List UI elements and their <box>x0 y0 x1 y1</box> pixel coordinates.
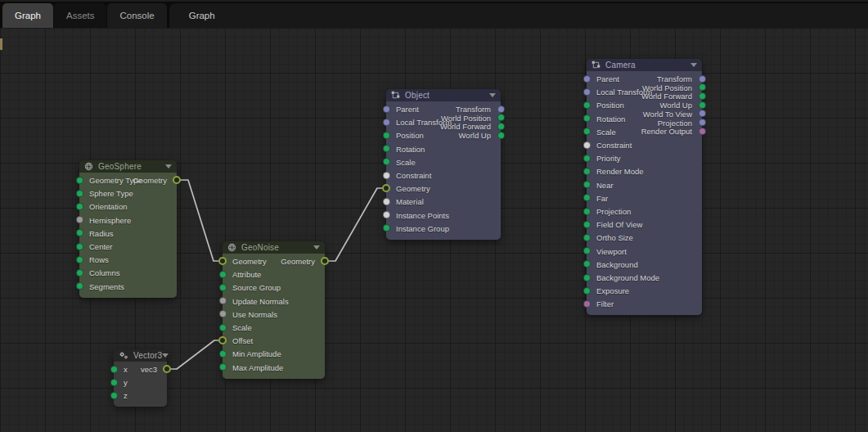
geometry-input-port[interactable] <box>382 184 390 192</box>
port-row: Use Normals <box>223 308 325 321</box>
wire[interactable] <box>177 180 223 261</box>
port-row: vec3 <box>114 362 167 376</box>
node-collapse-caret-icon[interactable] <box>489 93 496 97</box>
node-collapse-caret-icon[interactable] <box>162 353 169 358</box>
center-input-port[interactable] <box>76 243 83 250</box>
port-label: Field Of View <box>596 220 642 229</box>
port-row: Field Of View <box>587 218 702 231</box>
node-header[interactable]: GeoNoise <box>223 241 325 254</box>
near-input-port[interactable] <box>583 181 591 188</box>
priority-input-port[interactable] <box>583 155 591 162</box>
tab-console[interactable]: Console <box>107 3 166 28</box>
port-row: Geometry <box>223 254 325 268</box>
port-row: z <box>114 389 167 402</box>
use-normals-input-port[interactable] <box>219 310 227 317</box>
port-label: Viewport <box>596 246 627 255</box>
port-row: Radius <box>79 227 177 240</box>
node-collapse-caret-icon[interactable] <box>690 63 697 67</box>
wire[interactable] <box>167 340 223 369</box>
node-graph-canvas[interactable]: GeoSphereGeometry TypeSphere TypeOrienta… <box>0 28 868 432</box>
port-label: Max Amplitude <box>232 362 283 371</box>
exposure-input-port[interactable] <box>583 287 591 295</box>
offset-input-port[interactable] <box>218 336 227 344</box>
node-header[interactable]: GeoSphere <box>79 160 177 173</box>
tab-assets[interactable]: Assets <box>54 3 107 28</box>
node-header[interactable]: Object <box>386 89 501 101</box>
node-object[interactable]: ObjectParentLocal TransformPositionRotat… <box>386 89 501 240</box>
sphere-type-input-port[interactable] <box>76 190 83 197</box>
port-label: z <box>124 391 128 400</box>
render-mode-input-port[interactable] <box>583 168 591 175</box>
port-label: Geometry <box>133 176 167 185</box>
segments-input-port[interactable] <box>76 282 83 290</box>
geometry-output-port[interactable] <box>173 176 181 184</box>
field-of-view-input-port[interactable] <box>583 221 591 228</box>
rows-input-port[interactable] <box>76 256 83 263</box>
port-label: Background <box>596 259 638 268</box>
port-label: Geometry <box>281 257 315 266</box>
node-collapse-caret-icon[interactable] <box>313 245 320 250</box>
node-geonoise[interactable]: GeoNoiseGeometryAttributeSource GroupUpd… <box>223 241 325 379</box>
projection-input-port[interactable] <box>583 208 591 215</box>
z-input-port[interactable] <box>110 392 118 399</box>
geometry-output-port[interactable] <box>321 257 329 265</box>
instance-points-input-port[interactable] <box>383 211 390 218</box>
port-label: Hemisphere <box>89 215 131 224</box>
node-geosphere[interactable]: GeoSphereGeometry TypeSphere TypeOrienta… <box>79 160 177 298</box>
far-input-port[interactable] <box>583 194 591 201</box>
ortho-size-input-port[interactable] <box>583 234 591 241</box>
background-mode-input-port[interactable] <box>583 274 591 281</box>
y-input-port[interactable] <box>110 379 118 386</box>
port-row: Columns <box>79 266 177 279</box>
background-input-port[interactable] <box>583 260 591 268</box>
scale-input-port[interactable] <box>383 158 390 165</box>
port-label: Source Group <box>232 283 281 292</box>
wire[interactable] <box>325 188 386 261</box>
min-amplitude-input-port[interactable] <box>219 350 227 358</box>
port-label: Instance Group <box>396 223 449 232</box>
node-vector3[interactable]: Vector3xyzvec3 <box>114 349 167 407</box>
constraint-input-port[interactable] <box>583 142 591 149</box>
material-input-port[interactable] <box>383 198 390 205</box>
hemisphere-input-port[interactable] <box>76 216 83 223</box>
port-label: Priority <box>596 154 621 163</box>
update-normals-input-port[interactable] <box>219 297 227 304</box>
node-camera[interactable]: CameraParentLocal TransformPositionRotat… <box>587 59 702 315</box>
port-row: Ortho Size <box>587 231 702 244</box>
port-row: Render Output <box>587 124 702 137</box>
node-header[interactable]: Vector3 <box>114 349 167 362</box>
scale-input-port[interactable] <box>219 324 227 331</box>
port-row: Geometry <box>79 173 177 187</box>
port-row: Far <box>587 191 702 205</box>
node-collapse-caret-icon[interactable] <box>165 164 172 169</box>
orientation-input-port[interactable] <box>76 203 83 210</box>
columns-input-port[interactable] <box>76 269 83 277</box>
port-label: Use Normals <box>232 309 277 318</box>
render-output-output-port[interactable] <box>699 128 706 135</box>
world-up-output-port[interactable] <box>497 132 505 139</box>
port-label: Projection <box>596 207 631 216</box>
constraint-input-port[interactable] <box>383 172 390 179</box>
port-row: World Up <box>386 128 501 142</box>
max-amplitude-input-port[interactable] <box>219 363 227 371</box>
port-row: Offset <box>223 334 325 347</box>
tab-graph-panel[interactable]: Graph <box>169 3 868 28</box>
port-row: Hemisphere <box>79 214 177 227</box>
filter-input-port[interactable] <box>583 300 591 308</box>
attribute-input-port[interactable] <box>219 271 227 278</box>
viewport-input-port[interactable] <box>583 247 591 254</box>
port-label: Rows <box>89 255 109 264</box>
node-header[interactable]: Camera <box>587 59 702 71</box>
instance-group-input-port[interactable] <box>383 224 390 232</box>
port-label: Scale <box>396 157 416 166</box>
radius-input-port[interactable] <box>76 229 83 236</box>
port-row: Background Mode <box>587 271 702 284</box>
node-title: Vector3 <box>133 351 162 360</box>
vec3-output-port[interactable] <box>163 365 171 373</box>
source-group-input-port[interactable] <box>219 284 227 291</box>
edge-marker <box>0 38 2 50</box>
port-label: Update Normals <box>232 296 289 305</box>
rotation-input-port[interactable] <box>383 145 390 152</box>
port-label: Material <box>396 197 424 206</box>
tab-graph[interactable]: Graph <box>2 3 53 28</box>
